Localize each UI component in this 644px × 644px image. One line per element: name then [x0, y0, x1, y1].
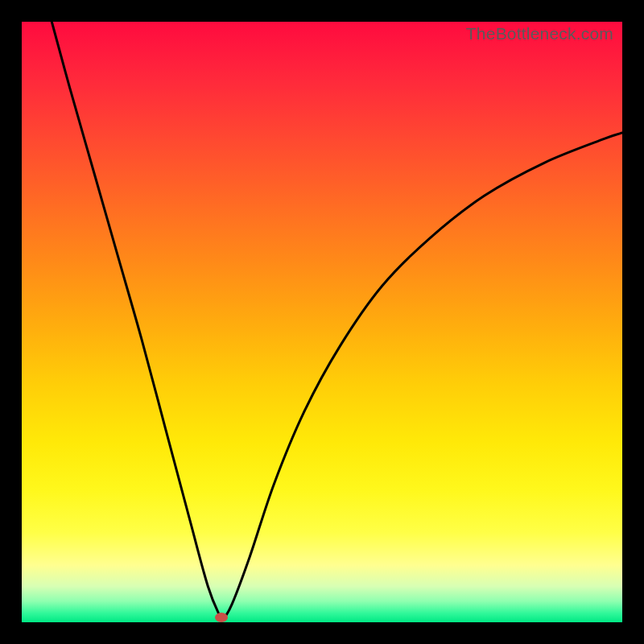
chart-frame: TheBottleneck.com [0, 0, 644, 644]
watermark-text: TheBottleneck.com [466, 24, 613, 43]
optimal-point-marker [215, 613, 228, 622]
bottleneck-curve [22, 22, 622, 622]
plot-area: TheBottleneck.com [22, 22, 622, 622]
